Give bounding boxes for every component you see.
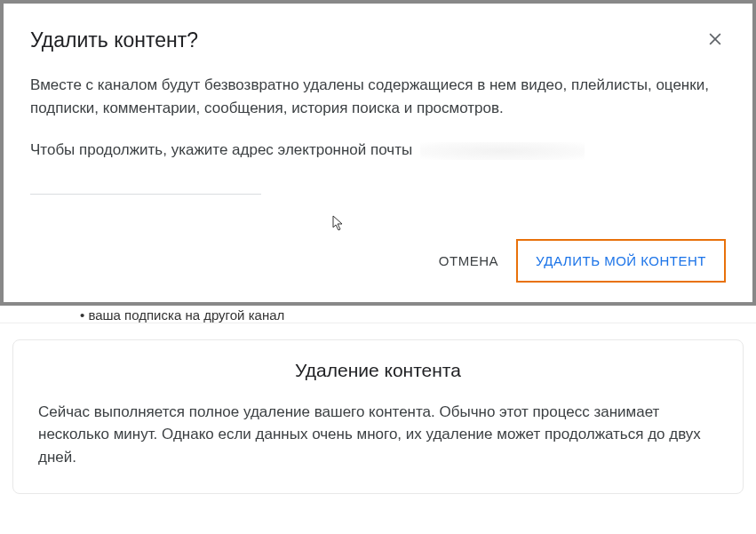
email-redacted-placeholder <box>420 142 585 160</box>
status-card-title: Удаление контента <box>38 360 718 381</box>
delete-button-highlight: УДАЛИТЬ МОЙ КОНТЕНТ <box>516 239 726 283</box>
dialog-body: Вместе с каналом будут безвозвратно удал… <box>30 74 726 195</box>
dialog-header: Удалить контент? <box>30 28 726 52</box>
email-input[interactable] <box>30 194 261 195</box>
dialog-title: Удалить контент? <box>30 28 198 52</box>
email-prompt-line: Чтобы продолжить, укажите адрес электрон… <box>30 139 726 162</box>
deletion-status-card: Удаление контента Сейчас выполняется пол… <box>12 339 744 495</box>
cancel-button[interactable]: ОТМЕНА <box>421 241 516 281</box>
background-list-item: ваша подписка на другой канал <box>0 306 756 323</box>
confirm-delete-dialog: Удалить контент? Вместе с каналом будут … <box>0 0 756 306</box>
cursor-icon <box>332 215 346 236</box>
delete-my-content-button[interactable]: УДАЛИТЬ МОЙ КОНТЕНТ <box>518 241 724 281</box>
email-prompt-text: Чтобы продолжить, укажите адрес электрон… <box>30 141 412 158</box>
dialog-actions: ОТМЕНА УДАЛИТЬ МОЙ КОНТЕНТ <box>30 239 726 283</box>
close-button[interactable] <box>704 28 726 50</box>
dialog-description: Вместе с каналом будут безвозвратно удал… <box>30 74 726 119</box>
dialog-content: Удалить контент? Вместе с каналом будут … <box>4 4 752 302</box>
close-icon <box>706 30 724 48</box>
status-card-body: Сейчас выполняется полное удаление вашег… <box>38 401 718 469</box>
